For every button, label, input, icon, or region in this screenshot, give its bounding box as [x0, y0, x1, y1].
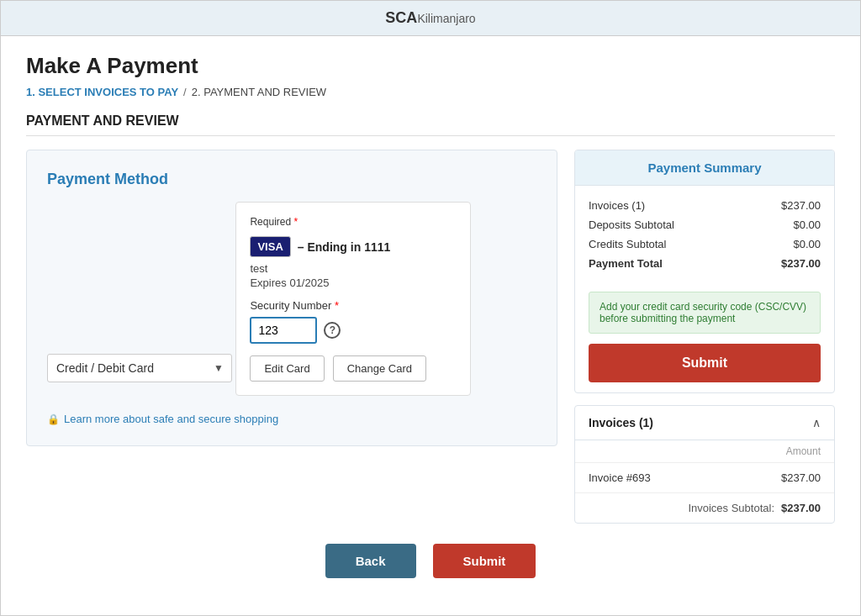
payment-summary-box: Payment Summary Invoices (1) $237.00 Dep…	[574, 150, 835, 393]
amount-col-header: Amount	[786, 445, 821, 457]
main-content: Make A Payment 1. SELECT INVOICES TO PAY…	[1, 36, 860, 615]
cvv-notice: Add your credit card security code (CSC/…	[589, 292, 821, 334]
table-row: Invoice #693 $237.00	[575, 463, 834, 493]
invoices-header-title: Invoices (1)	[589, 416, 653, 429]
card-ending: – Ending in 1111	[298, 240, 390, 254]
breadcrumb-step2: 2. PAYMENT AND REVIEW	[192, 86, 326, 98]
required-label: Required *	[250, 216, 457, 228]
page-title: Make A Payment	[26, 53, 835, 79]
summary-deposits-label: Deposits Subtotal	[589, 218, 674, 231]
help-icon[interactable]: ?	[324, 322, 341, 339]
section-title: PAYMENT AND REVIEW	[26, 113, 835, 136]
invoice-value: $237.00	[781, 471, 821, 484]
secure-shopping-link[interactable]: 🔒 Learn more about safe and secure shopp…	[47, 413, 536, 425]
right-panel: Payment Summary Invoices (1) $237.00 Dep…	[574, 150, 835, 524]
summary-invoices-label: Invoices (1)	[589, 199, 645, 212]
invoices-header: Invoices (1) ∧	[575, 406, 834, 440]
payment-method-title: Payment Method	[47, 171, 536, 188]
breadcrumb-separator: /	[183, 86, 187, 98]
summary-invoices-value: $237.00	[781, 199, 821, 212]
change-card-button[interactable]: Change Card	[333, 355, 426, 382]
secure-link-text: Learn more about safe and secure shoppin…	[64, 413, 278, 425]
security-required-star: *	[331, 299, 339, 312]
card-expires: Expires 01/2025	[250, 276, 457, 289]
summary-rows: Invoices (1) $237.00 Deposits Subtotal $…	[575, 186, 834, 283]
breadcrumb-step1[interactable]: 1. SELECT INVOICES TO PAY	[26, 86, 178, 98]
payment-type-select-wrapper[interactable]: Credit / Debit Card ACH / eCheck Other ▼	[47, 354, 232, 382]
invoices-box: Invoices (1) ∧ Amount Invoice #693 $237.…	[574, 405, 835, 524]
top-bar: SCAKilimanjaro	[1, 1, 860, 36]
security-row: ?	[250, 317, 457, 344]
visa-icon: VISA	[250, 236, 290, 257]
summary-total-label: Payment Total	[589, 257, 663, 270]
left-panel: Payment Method Credit / Debit Card ACH /…	[26, 150, 557, 446]
summary-row-credits: Credits Subtotal $0.00	[589, 234, 821, 254]
subtotal-value: $237.00	[781, 502, 821, 514]
chevron-up-icon[interactable]: ∧	[812, 416, 821, 429]
card-name: test	[250, 262, 457, 275]
subtotal-label: Invoices Subtotal:	[688, 502, 774, 514]
submit-button-summary[interactable]: Submit	[589, 344, 821, 382]
bottom-buttons: Back Submit	[26, 544, 835, 578]
summary-header: Payment Summary	[575, 150, 834, 186]
invoices-subtotal: Invoices Subtotal: $237.00	[575, 493, 834, 523]
summary-total-value: $237.00	[781, 257, 821, 270]
summary-credits-label: Credits Subtotal	[589, 238, 667, 250]
brand-sca: SCA	[385, 9, 417, 26]
content-row: Payment Method Credit / Debit Card ACH /…	[26, 150, 835, 524]
summary-row-total: Payment Total $237.00	[589, 254, 821, 273]
payment-type-select[interactable]: Credit / Debit Card ACH / eCheck Other	[47, 354, 232, 382]
card-box: Required * VISA – Ending in 1111 test Ex…	[235, 202, 471, 396]
back-button[interactable]: Back	[325, 544, 416, 578]
required-star: *	[291, 216, 298, 228]
card-buttons: Edit Card Change Card	[250, 355, 457, 382]
breadcrumb: 1. SELECT INVOICES TO PAY / 2. PAYMENT A…	[26, 86, 835, 98]
lock-icon: 🔒	[47, 413, 60, 425]
summary-row-invoices: Invoices (1) $237.00	[589, 196, 821, 215]
summary-credits-value: $0.00	[793, 238, 821, 250]
summary-row-deposits: Deposits Subtotal $0.00	[589, 215, 821, 234]
summary-deposits-value: $0.00	[793, 218, 821, 231]
security-number-input[interactable]	[250, 317, 317, 344]
invoices-col-header: Amount	[575, 440, 834, 463]
edit-card-button[interactable]: Edit Card	[250, 355, 324, 382]
brand-kilimanjaro: Kilimanjaro	[417, 12, 475, 25]
security-number-label: Security Number *	[250, 299, 457, 312]
submit-button-bottom[interactable]: Submit	[433, 544, 536, 578]
invoice-label: Invoice #693	[589, 471, 651, 484]
card-info-row: VISA – Ending in 1111	[250, 236, 457, 257]
